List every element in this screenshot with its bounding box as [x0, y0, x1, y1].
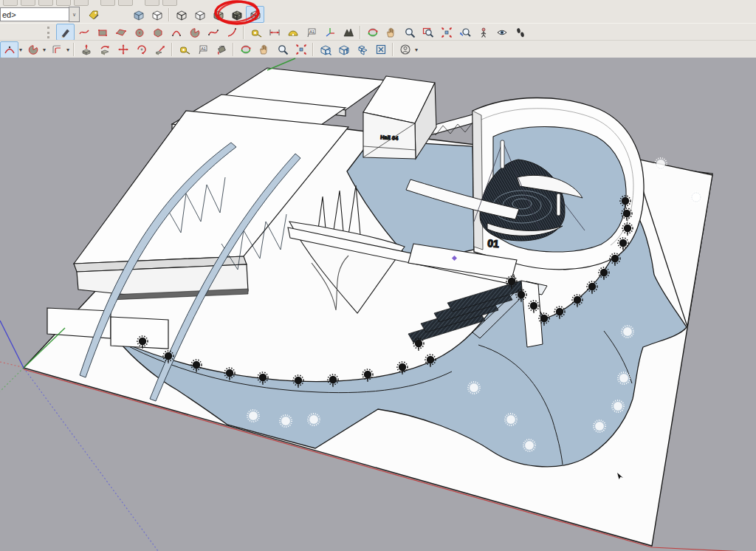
look-around-button[interactable]: [492, 24, 511, 41]
clipped-icon: [118, 0, 133, 6]
arcs-flyout-button[interactable]: [0, 41, 18, 58]
clipped-icon: [38, 0, 53, 6]
monochrome-button[interactable]: [246, 6, 264, 23]
model-scene: Hall 04 01: [0, 58, 756, 551]
styles-toolbar: [129, 6, 264, 23]
toolbar-row-principal: ▾▾▾A1▾: [0, 40, 756, 58]
toolbar-separator: [171, 43, 173, 56]
toolbar-separator: [168, 8, 170, 21]
back-edges-button[interactable]: [148, 6, 166, 23]
tags-dropdown-value[interactable]: ed>: [0, 7, 69, 21]
orbit-button[interactable]: [363, 24, 382, 41]
zoom-previous-button[interactable]: [456, 24, 474, 41]
tags-manager-button[interactable]: [84, 6, 103, 23]
tags-dropdown[interactable]: ed> ∨: [0, 7, 80, 21]
clipped-icon: [21, 0, 35, 6]
clipped-icon: [56, 0, 71, 6]
account-dropdown-arrow-icon[interactable]: ▾: [413, 47, 419, 53]
hidden-line-button[interactable]: [190, 6, 209, 23]
axes-button[interactable]: [320, 24, 339, 41]
polygon-button[interactable]: [148, 24, 167, 41]
two-point-arc-button[interactable]: [167, 24, 185, 41]
toolbar-separator: [392, 43, 394, 56]
arcs-flyout-dropdown-arrow-icon[interactable]: ▾: [18, 47, 24, 53]
circle-button[interactable]: [130, 24, 148, 41]
position-camera-button[interactable]: [474, 24, 492, 41]
toolbar-separator: [312, 43, 314, 56]
share-model-button[interactable]: [334, 41, 353, 58]
hall-label: Hall 04: [380, 134, 399, 142]
shaded-with-textures-button[interactable]: [227, 6, 246, 23]
move-button[interactable]: [114, 41, 132, 58]
pan-button[interactable]: [255, 41, 273, 58]
toolbar-separator: [73, 43, 75, 56]
line-button[interactable]: [56, 24, 75, 41]
arc-button[interactable]: [222, 24, 241, 41]
toolbar-separator: [233, 43, 234, 56]
svg-text:A1: A1: [309, 29, 315, 33]
clipped-icon: [162, 0, 177, 6]
follow-me-button[interactable]: [95, 41, 114, 58]
share-component-button[interactable]: [353, 41, 371, 58]
text-button[interactable]: A1: [193, 41, 212, 58]
wireframe-button[interactable]: [172, 6, 190, 23]
clipped-icon: [145, 0, 159, 6]
offset-flyout-button[interactable]: [47, 41, 66, 58]
push-pull-button[interactable]: [77, 41, 95, 58]
dimension-button[interactable]: [265, 24, 284, 41]
toolbar-row-tags-styles: ed> ∨: [0, 6, 756, 23]
zoom-extents-button[interactable]: [292, 41, 310, 58]
svg-text:A1: A1: [201, 47, 206, 51]
tags-dropdown-arrow-icon[interactable]: ∨: [69, 7, 80, 22]
pie-flyout-dropdown-arrow-icon[interactable]: ▾: [41, 47, 47, 53]
protractor-button[interactable]: [284, 24, 302, 41]
zoom-extents-button[interactable]: [437, 24, 456, 41]
3d-viewport[interactable]: Hall 04 01: [0, 58, 756, 551]
offset-flyout-dropdown-arrow-icon[interactable]: ▾: [65, 47, 71, 53]
3d-text-button[interactable]: [339, 24, 357, 41]
freehand-button[interactable]: [75, 24, 93, 41]
toolbar-area: ed> ∨ A1 ▾▾▾A1▾: [0, 0, 756, 58]
x-ray-button[interactable]: [129, 6, 148, 23]
get-models-button[interactable]: [316, 41, 334, 58]
pie-button[interactable]: [185, 24, 204, 41]
clipped-icon: [3, 0, 18, 6]
scale-button[interactable]: [151, 41, 169, 58]
text-button[interactable]: A1: [302, 24, 320, 41]
clipped-icon: [74, 0, 89, 6]
zoom-button[interactable]: [273, 41, 292, 58]
clipped-icon: [100, 0, 115, 6]
walk-button[interactable]: [511, 24, 529, 41]
rectangle-button[interactable]: [93, 24, 111, 41]
rotate-button[interactable]: [132, 41, 151, 58]
extension-warehouse-button[interactable]: [371, 41, 390, 58]
zoom-window-button[interactable]: [419, 24, 437, 41]
pie-flyout-button[interactable]: [24, 41, 42, 58]
ring-label: 01: [487, 237, 500, 250]
shaded-button[interactable]: [209, 6, 227, 23]
pan-button[interactable]: [382, 24, 400, 41]
paint-bucket-button[interactable]: [212, 41, 230, 58]
toolbar-row-clipped: [0, 0, 756, 6]
rotated-rectangle-button[interactable]: [111, 24, 130, 41]
three-point-arc-button[interactable]: [204, 24, 222, 41]
orbit-button[interactable]: [236, 41, 255, 58]
tape-measure-button[interactable]: [247, 24, 265, 41]
toolbar-grip[interactable]: [47, 27, 53, 38]
toolbar-row-drawing-camera: A1: [0, 23, 756, 41]
tape-measure-button[interactable]: [175, 41, 193, 58]
account-button[interactable]: [396, 41, 414, 58]
zoom-button[interactable]: [400, 24, 419, 41]
